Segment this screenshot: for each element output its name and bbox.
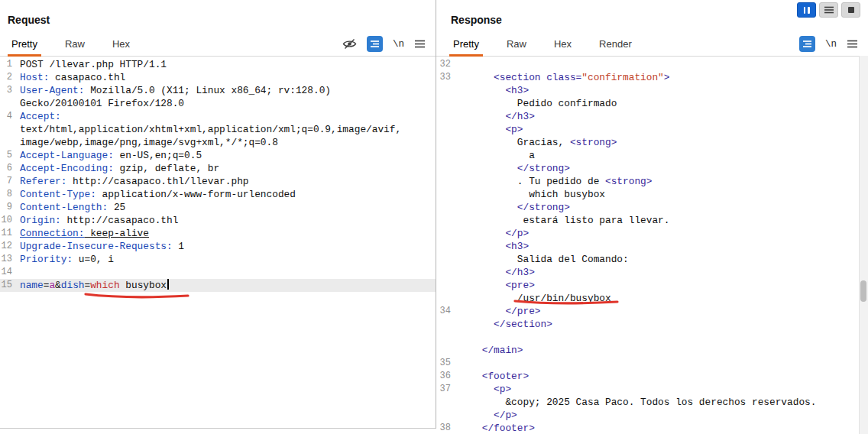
code-line[interactable]: 8Content-Type: application/x-www-form-ur… [0, 188, 436, 201]
line-number [436, 123, 451, 136]
code-text[interactable]: Content-Type: application/x-www-form-url… [20, 188, 296, 201]
line-number [436, 409, 451, 422]
code-text: estará listo para llevar. [458, 214, 669, 227]
editor-menu-icon[interactable] [414, 39, 426, 49]
tab-raw[interactable]: Raw [503, 38, 530, 57]
stop-button[interactable] [841, 2, 860, 18]
code-text[interactable]: name=a&dish=which busybox [20, 279, 169, 292]
code-line[interactable]: 7Referer: http://casapaco.thl/llevar.php [0, 175, 436, 188]
tab-render[interactable]: Render [595, 38, 636, 57]
line-number: 32 [436, 58, 451, 71]
code-line[interactable]: 12Upgrade-Insecure-Requests: 1 [0, 240, 436, 253]
code-line: <h3> [436, 84, 868, 97]
tab-raw[interactable]: Raw [61, 38, 89, 57]
request-tabbar: PrettyRawHex \n [0, 35, 436, 57]
code-line[interactable]: 14 [0, 266, 436, 279]
code-line[interactable]: 3User-Agent: Mozilla/5.0 (X11; Linux x86… [0, 84, 436, 97]
code-line[interactable]: 15name=a&dish=which busybox [0, 279, 436, 292]
line-number: 6 [0, 162, 12, 175]
request-tab-icons: \n [342, 36, 436, 56]
code-text: </footer> [458, 422, 535, 434]
code-line: </h3> [436, 266, 868, 279]
code-text[interactable]: User-Agent: Mozilla/5.0 (X11; Linux x86_… [20, 84, 331, 97]
code-text: </section> [458, 318, 552, 331]
menu-icon [824, 6, 834, 14]
code-line[interactable]: 4Accept: [0, 110, 436, 123]
pretty-print-toggle-icon[interactable] [799, 36, 815, 52]
code-text: </p> [458, 409, 517, 422]
request-editor[interactable]: 1POST /llevar.php HTTP/1.12Host: casapac… [0, 56, 436, 428]
code-line[interactable]: 6Accept-Encoding: gzip, deflate, br [0, 162, 436, 175]
text-cursor [167, 279, 169, 290]
tab-hex[interactable]: Hex [550, 38, 575, 57]
line-number [436, 136, 451, 149]
code-line[interactable]: 1POST /llevar.php HTTP/1.1 [0, 58, 436, 71]
code-text: </main> [458, 344, 523, 357]
code-line[interactable]: 9Content-Length: 25 [0, 201, 436, 214]
code-line[interactable]: 11Connection: keep-alive [0, 227, 436, 240]
stop-icon [848, 7, 854, 13]
code-text: <pre> [458, 279, 535, 292]
code-text[interactable]: Accept: [20, 110, 66, 123]
code-line: estará listo para llevar. [436, 214, 868, 227]
code-text[interactable]: Accept-Language: en-US,en;q=0.5 [20, 149, 202, 162]
code-text: /usr/bin/busybox [458, 292, 611, 305]
code-line[interactable]: image/webp,image/png,image/svg+xml,*/*;q… [0, 136, 436, 149]
line-number [0, 136, 12, 149]
code-text[interactable]: Connection: keep-alive [20, 227, 149, 240]
pause-button[interactable] [797, 2, 816, 18]
code-line[interactable]: text/html,application/xhtml+xml,applicat… [0, 123, 436, 136]
code-text[interactable]: text/html,application/xhtml+xml,applicat… [20, 123, 401, 136]
code-line[interactable]: 13Priority: u=0, i [0, 253, 436, 266]
line-number: 3 [0, 84, 12, 97]
line-number [436, 279, 451, 292]
hide-nonessential-eye-icon[interactable] [342, 38, 357, 50]
code-text: <footer> [458, 370, 529, 383]
nonprintable-chars-icon[interactable]: \n [825, 39, 837, 50]
code-text[interactable]: Upgrade-Insecure-Requests: 1 [20, 240, 184, 253]
code-line: 36 <footer> [436, 370, 868, 383]
code-line[interactable]: 2Host: casapaco.thl [0, 71, 436, 84]
tab-pretty[interactable]: Pretty [449, 38, 483, 57]
code-line: Gracias, <strong> [436, 136, 868, 149]
code-line[interactable]: 10Origin: http://casapaco.thl [0, 214, 436, 227]
code-line[interactable]: 5Accept-Language: en-US,en;q=0.5 [0, 149, 436, 162]
line-number [436, 175, 451, 188]
line-number: 14 [0, 266, 12, 279]
line-number [436, 240, 451, 253]
line-number: 13 [0, 253, 12, 266]
line-number: 8 [0, 188, 12, 201]
pretty-print-toggle-icon[interactable] [367, 36, 383, 52]
code-line: a [436, 149, 868, 162]
line-number [436, 396, 451, 409]
line-number [436, 84, 451, 97]
line-number [436, 149, 451, 162]
nonprintable-chars-icon[interactable]: \n [393, 39, 404, 50]
scrollbar-thumb[interactable] [860, 280, 866, 302]
code-line[interactable]: Gecko/20100101 Firefox/128.0 [0, 97, 436, 110]
line-number: 5 [0, 149, 12, 162]
code-text[interactable]: Referer: http://casapaco.thl/llevar.php [20, 175, 249, 188]
code-text[interactable]: Gecko/20100101 Firefox/128.0 [20, 97, 184, 110]
tab-pretty[interactable]: Pretty [8, 38, 41, 57]
line-number: 10 [0, 214, 12, 227]
editor-menu-icon[interactable] [847, 39, 858, 49]
code-line: 35 [436, 357, 868, 370]
code-text: Gracias, <strong> [458, 136, 617, 149]
response-scrollbar[interactable] [859, 56, 868, 434]
code-text[interactable]: POST /llevar.php HTTP/1.1 [20, 58, 167, 71]
code-line: </p> [436, 409, 868, 422]
code-text[interactable]: Priority: u=0, i [20, 253, 114, 266]
code-text[interactable]: image/webp,image/png,image/svg+xml,*/*;q… [20, 136, 278, 149]
code-text[interactable]: Content-Length: 25 [20, 201, 125, 214]
code-text[interactable]: Host: casapaco.thl [20, 71, 125, 84]
line-number [0, 123, 12, 136]
menu-button[interactable] [819, 2, 838, 18]
line-number: 34 [436, 305, 451, 318]
tab-hex[interactable]: Hex [108, 38, 134, 57]
code-line: 34 </pre> [436, 305, 868, 318]
code-text[interactable]: Accept-Encoding: gzip, deflate, br [20, 162, 219, 175]
code-text[interactable]: Origin: http://casapaco.thl [20, 214, 178, 227]
code-text: </h3> [458, 266, 535, 279]
code-text: <p> [458, 383, 511, 396]
